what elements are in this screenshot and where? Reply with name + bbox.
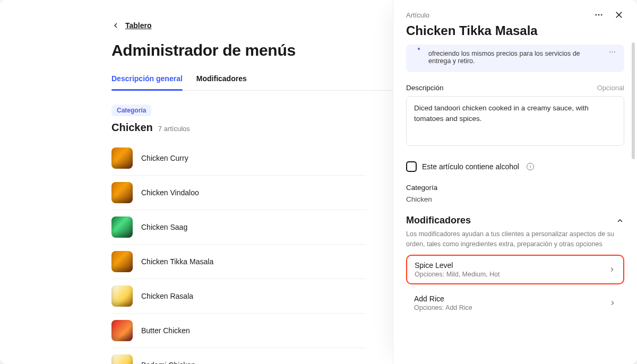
- item-name: Chicken Tikka Masala: [141, 257, 213, 266]
- item-name: Badami Chicken: [141, 361, 195, 364]
- item-name: Butter Chicken: [141, 326, 190, 335]
- food-photo-thumb: [111, 354, 133, 364]
- item-name: Chicken Curry: [141, 154, 188, 162]
- svg-point-1: [598, 14, 600, 16]
- svg-point-0: [595, 14, 597, 16]
- category-field: Categoría Chicken: [406, 184, 624, 203]
- info-banner-text: ofreciendo los mismos precios para los s…: [428, 50, 580, 65]
- panel-body: ofreciendo los mismos precios para los s…: [393, 45, 637, 364]
- category-field-value: Chicken: [406, 195, 432, 203]
- modifier-group-add-rice[interactable]: Add Rice Opciones: Add Rice: [406, 289, 624, 317]
- more-options-button[interactable]: [593, 10, 604, 20]
- breadcrumb-link[interactable]: Tablero: [125, 21, 152, 30]
- category-field-label: Categoría: [406, 184, 624, 192]
- modifier-group-title: Add Rice: [414, 294, 472, 303]
- food-photo-thumb: [111, 216, 133, 238]
- info-banner: ofreciendo los mismos precios para los s…: [406, 45, 624, 72]
- chevron-right-icon: [608, 266, 616, 273]
- list-item[interactable]: Chicken Tikka Masala: [111, 244, 366, 279]
- alcohol-row[interactable]: Este artículo contiene alcohol i: [406, 161, 624, 172]
- modifiers-heading: Modificadores: [406, 215, 471, 226]
- alcohol-checkbox[interactable]: [406, 161, 417, 172]
- category-count: 7 artículos: [158, 125, 190, 133]
- panel-header: Artículo Chicken Tikka Masala: [393, 0, 637, 45]
- close-button[interactable]: [614, 10, 624, 20]
- list-item[interactable]: Butter Chicken: [111, 313, 366, 348]
- list-item[interactable]: Chicken Rasala: [111, 279, 366, 313]
- description-textarea[interactable]: [406, 96, 624, 146]
- food-photo-thumb: [111, 148, 133, 169]
- food-photo-thumb: [111, 182, 133, 203]
- svg-point-2: [601, 14, 602, 16]
- kebab-icon: [594, 10, 604, 20]
- item-name: Chicken Rasala: [141, 292, 193, 300]
- description-optional: Opcional: [597, 84, 624, 92]
- close-icon: [614, 10, 624, 20]
- item-name: Chicken Saag: [141, 223, 187, 231]
- list-item[interactable]: Chicken Vindaloo: [111, 175, 366, 210]
- list-item[interactable]: Badami Chicken: [111, 348, 366, 364]
- modifiers-description: Los modificadores ayudan a tus clientes …: [406, 229, 624, 249]
- chevron-right-icon: [609, 299, 616, 307]
- food-photo-thumb: [111, 285, 133, 307]
- modifier-group-spice-level[interactable]: Spice Level Opciones: Mild, Medium, Hot: [406, 255, 624, 284]
- modifier-group-sub: Opciones: Add Rice: [414, 304, 472, 311]
- modifier-group-sub: Opciones: Mild, Medium, Hot: [415, 271, 500, 278]
- info-icon[interactable]: i: [527, 163, 534, 170]
- modifiers-section-header[interactable]: Modificadores: [406, 215, 624, 226]
- category-content: Categoría Chicken 7 artículos Chicken Cu…: [111, 91, 366, 364]
- alcohol-label: Este artículo contiene alcohol: [422, 162, 519, 171]
- food-photo-thumb: [111, 251, 133, 272]
- modifier-group-title: Spice Level: [415, 261, 500, 270]
- bullet-icon: [418, 48, 420, 50]
- food-photo-thumb: [111, 320, 133, 341]
- category-header: Chicken 7 artículos: [111, 122, 366, 134]
- chevron-up-icon: [616, 216, 624, 225]
- banner-more-icon[interactable]: ⋯: [609, 48, 617, 56]
- category-pill: Categoría: [111, 105, 151, 116]
- item-name: Chicken Vindaloo: [141, 188, 199, 197]
- app-frame: Tablero Administrador de menús Descripci…: [0, 0, 637, 364]
- chevron-left-icon: [111, 21, 120, 30]
- panel-type-label: Artículo: [406, 11, 429, 19]
- list-item[interactable]: Chicken Curry: [111, 141, 366, 175]
- panel-title: Chicken Tikka Masala: [406, 23, 624, 38]
- category-name: Chicken: [111, 122, 153, 134]
- description-label: Descripción: [406, 84, 444, 92]
- detail-panel: Artículo Chicken Tikka Masala ofreciendo…: [393, 0, 637, 364]
- tab-modifiers[interactable]: Modificadores: [196, 69, 247, 90]
- tab-overview[interactable]: Descripción general: [111, 69, 183, 90]
- list-item[interactable]: Chicken Saag: [111, 210, 366, 244]
